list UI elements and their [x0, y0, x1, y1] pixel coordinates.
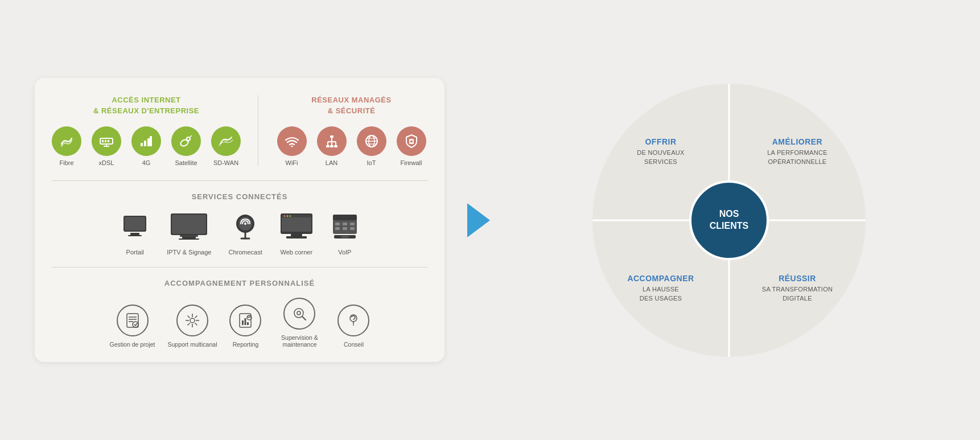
svg-point-47: [289, 215, 291, 217]
service-chromecast: Chromecast: [228, 211, 262, 256]
svg-line-69: [195, 323, 197, 325]
svg-point-57: [340, 236, 349, 238]
conseil-circle: [337, 305, 369, 336]
svg-rect-42: [291, 234, 302, 236]
chromecast-icon: [233, 211, 258, 244]
svg-rect-19: [330, 145, 333, 147]
sdwan-circle: [211, 126, 241, 156]
svg-rect-29: [125, 217, 145, 231]
services-row: Portail IPTV & Signage: [52, 211, 427, 256]
quadrant-tr-subtitle: LA PERFORMANCEOPÉRATIONNELLE: [767, 149, 827, 166]
svg-rect-6: [141, 143, 143, 146]
supervision-circle: [283, 298, 315, 330]
wifi-label: WiFi: [286, 159, 298, 166]
svg-rect-44: [282, 215, 311, 217]
quadrant-br-text: RÉUSSIR SA TRANSFORMATIONDIGITALE: [753, 265, 841, 311]
svg-rect-43: [286, 236, 307, 238]
svg-rect-36: [180, 235, 198, 237]
services-title: SERVICES CONNECTÉS: [52, 192, 427, 201]
quadrant-tl-subtitle: DE NOUVEAUXSERVICES: [637, 149, 684, 166]
svg-rect-55: [350, 227, 355, 230]
icon-4g: 4G: [131, 126, 161, 166]
svg-line-68: [187, 315, 190, 318]
top-section: ACCÈS INTERNET& RÉSEAUX D'ENTREPRISE Fib…: [52, 95, 427, 180]
accomp-supervision: Supervision & maintenance: [274, 298, 325, 348]
svg-rect-31: [128, 235, 142, 236]
accomp-reporting: Reporting: [229, 305, 261, 348]
icon-satellite: Satellite: [171, 126, 201, 166]
right-panel: OFFRIR DE NOUVEAUXSERVICES AMÉLIORER LA …: [513, 84, 945, 357]
main-container: ACCÈS INTERNET& RÉSEAUX D'ENTREPRISE Fib…: [35, 78, 945, 361]
webcorner-label: Web corner: [280, 249, 312, 256]
circle-diagram: OFFRIR DE NOUVEAUXSERVICES AMÉLIORER LA …: [592, 84, 866, 357]
lan-circle: [317, 126, 347, 156]
quadrant-br-subtitle: SA TRANSFORMATIONDIGITALE: [762, 285, 833, 303]
internet-title: ACCÈS INTERNET& RÉSEAUX D'ENTREPRISE: [52, 95, 241, 116]
fibre-label: Fibre: [59, 159, 73, 166]
section-internet: ACCÈS INTERNET& RÉSEAUX D'ENTREPRISE Fib…: [52, 95, 258, 166]
accomp-gestion: Gestion de projet: [110, 305, 155, 348]
quadrant-br-title: RÉUSSIR: [762, 274, 833, 283]
svg-point-10: [179, 138, 189, 147]
accomp-conseil: Conseil: [337, 305, 369, 348]
fibre-circle: [52, 126, 81, 156]
reseaux-title: RÉSEAUX MANAGÉS& SÉCURITÉ: [275, 95, 427, 116]
firewall-circle: [397, 126, 426, 156]
sdwan-label: SD-WAN: [213, 159, 238, 166]
satellite-label: Satellite: [175, 159, 197, 166]
svg-rect-52: [350, 223, 355, 225]
service-webcorner: Web corner: [279, 211, 314, 256]
accompagnement-title: ACCOMPAGNEMENT PERSONNALISÉ: [52, 279, 427, 287]
chromecast-label: Chromecast: [228, 249, 262, 256]
iot-circle: [357, 126, 386, 156]
lan-label: LAN: [326, 159, 337, 166]
iot-label: IoT: [367, 159, 376, 166]
reporting-label: Reporting: [233, 341, 259, 348]
xdsl-circle: [92, 126, 121, 156]
reporting-circle: [229, 305, 261, 336]
quadrant-tr-title: AMÉLIORER: [767, 137, 827, 146]
svg-rect-53: [335, 227, 340, 230]
xdsl-label: xDSL: [99, 159, 114, 166]
svg-point-45: [283, 215, 285, 217]
iptv-label: IPTV & Signage: [167, 249, 211, 256]
svg-rect-1: [102, 140, 104, 142]
iptv-icon: [170, 211, 208, 244]
quadrant-bl-title: ACCOMPAGNER: [627, 274, 694, 283]
svg-point-62: [133, 322, 138, 327]
svg-rect-17: [330, 135, 333, 138]
wifi-circle: [277, 126, 307, 156]
quadrant-bl-text: ACCOMPAGNER LA HAUSSEDES USAGES: [619, 265, 702, 311]
svg-rect-30: [130, 233, 139, 235]
icon-firewall: Firewall: [397, 126, 426, 166]
svg-rect-35: [179, 238, 199, 240]
section-reseaux: RÉSEAUX MANAGÉS& SÉCURITÉ WiFi: [258, 95, 427, 166]
portail-icon: [120, 211, 150, 244]
svg-point-39: [244, 223, 246, 225]
internet-icons-row: Fibre: [52, 126, 241, 166]
svg-rect-49: [333, 215, 357, 220]
webcorner-icon: [279, 211, 314, 244]
firewall-label: Firewall: [401, 159, 422, 166]
icon-sdwan: SD-WAN: [211, 126, 241, 166]
support-circle: [176, 305, 208, 336]
4g-circle: [131, 126, 161, 156]
svg-rect-20: [334, 145, 337, 147]
portail-label: Portail: [126, 249, 144, 256]
4g-label: 4G: [142, 159, 151, 166]
center-circle: NOSCLIENTS: [689, 180, 769, 260]
service-voip: VoIP: [331, 211, 359, 256]
supervision-label: Supervision & maintenance: [274, 334, 325, 348]
svg-rect-27: [410, 141, 413, 142]
svg-line-70: [195, 315, 197, 318]
svg-rect-8: [147, 138, 150, 146]
svg-rect-9: [150, 136, 152, 146]
svg-line-78: [302, 316, 306, 320]
service-portail: Portail: [120, 211, 150, 256]
icon-xdsl: xDSL: [92, 126, 121, 166]
quadrant-tl-text: OFFRIR DE NOUVEAUXSERVICES: [628, 129, 693, 175]
accomp-support: Support multicanal: [168, 305, 217, 348]
svg-point-15: [224, 139, 228, 142]
svg-rect-3: [108, 140, 109, 142]
svg-line-13: [190, 135, 192, 137]
